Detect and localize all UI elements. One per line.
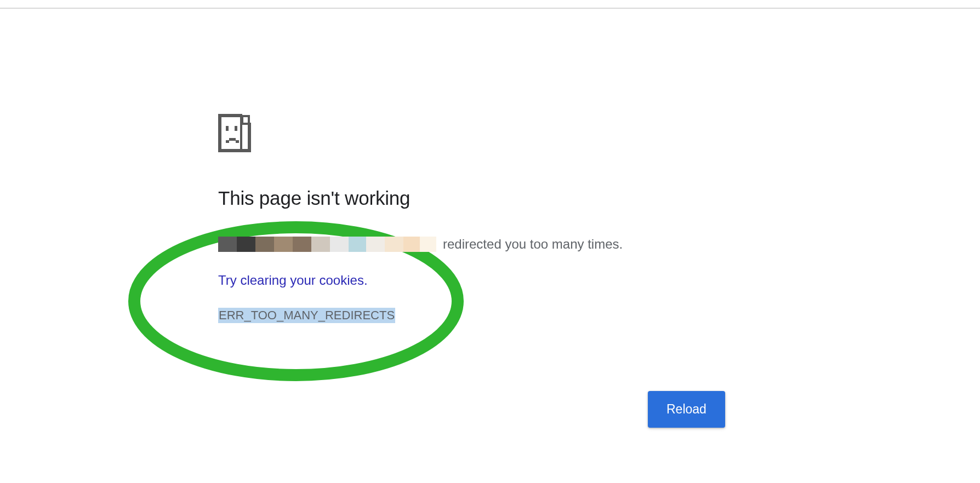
svg-rect-17: [236, 140, 239, 143]
clear-cookies-link[interactable]: Try clearing your cookies.: [218, 273, 368, 288]
svg-rect-16: [229, 138, 236, 141]
svg-rect-13: [226, 126, 229, 131]
redacted-hostname: [218, 237, 436, 252]
error-heading: This page isn't working: [218, 187, 766, 209]
error-content-area: This page isn't working redirected you t…: [218, 114, 766, 323]
svg-rect-10: [219, 115, 221, 151]
error-message-suffix: redirected you too many times.: [443, 237, 623, 252]
reload-button[interactable]: Reload: [648, 391, 725, 428]
sad-page-icon: [218, 114, 252, 153]
svg-rect-11: [219, 149, 250, 151]
error-message-row: redirected you too many times.: [218, 237, 766, 252]
suggestion-row: Try clearing your cookies.: [218, 273, 766, 288]
error-code-row: ERR_TOO_MANY_REDIRECTS: [218, 308, 766, 323]
svg-rect-15: [226, 140, 229, 143]
svg-rect-9: [219, 115, 243, 117]
svg-rect-14: [235, 126, 237, 131]
error-code: ERR_TOO_MANY_REDIRECTS: [218, 308, 395, 323]
svg-rect-12: [248, 123, 250, 151]
svg-rect-1: [219, 115, 241, 151]
top-divider: [0, 8, 980, 9]
